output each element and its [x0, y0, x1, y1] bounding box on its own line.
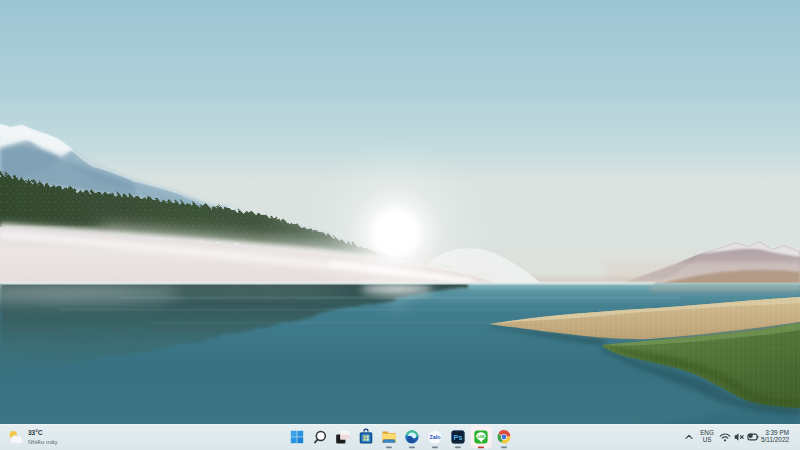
svg-text:Zalo: Zalo — [429, 434, 441, 440]
svg-text:Ps: Ps — [454, 433, 463, 442]
svg-text:LINE: LINE — [477, 435, 484, 439]
